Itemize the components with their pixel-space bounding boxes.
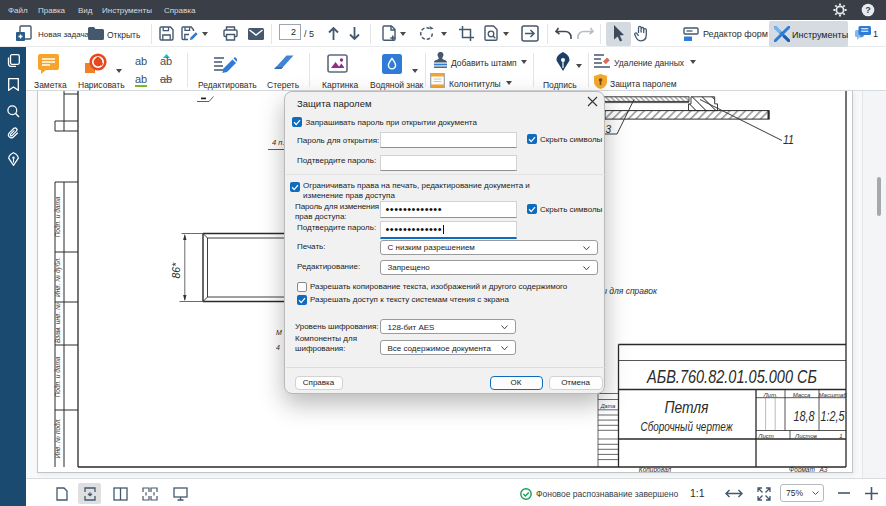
svg-text:86*: 86* — [170, 262, 182, 279]
svg-text:Взам. инв. №: Взам. инв. № — [54, 303, 61, 343]
svg-text:Лит.: Лит. — [762, 392, 777, 398]
svg-text:АБВ.760.82.01.05.000 СБ: АБВ.760.82.01.05.000 СБ — [646, 366, 817, 387]
svg-text:Инв. № дубл.: Инв. № дубл. — [54, 257, 62, 297]
svg-text:Подп. и дата: Подп. и дата — [54, 196, 61, 237]
svg-text:Подп. и дата: Подп. и дата — [54, 356, 61, 397]
svg-text:Сборочный чертеж: Сборочный чертеж — [641, 420, 734, 434]
svg-text:1:2,5: 1:2,5 — [821, 408, 845, 424]
svg-text:Петля: Петля — [665, 398, 709, 417]
svg-text:Лист: Лист — [757, 433, 773, 439]
svg-text:4: 4 — [276, 344, 280, 351]
svg-text:3: 3 — [606, 124, 612, 135]
svg-text:?: ? — [865, 5, 871, 15]
svg-text:Формат: Формат — [789, 466, 815, 472]
svg-text:11: 11 — [783, 133, 794, 147]
svg-text:18,8: 18,8 — [794, 408, 815, 424]
svg-text:Копировал: Копировал — [639, 466, 672, 472]
svg-text:Дата: Дата — [600, 403, 616, 409]
svg-text:Инв. № подл.: Инв. № подл. — [54, 418, 61, 459]
svg-text:Масштаб: Масштаб — [818, 392, 847, 398]
svg-text:М: М — [276, 329, 282, 336]
svg-text:Листов: Листов — [794, 433, 817, 439]
svg-text:1: 1 — [839, 433, 842, 439]
svg-text:4 п.: 4 п. — [272, 138, 284, 147]
svg-text:Масса: Масса — [793, 392, 811, 398]
svg-text:А3: А3 — [819, 466, 828, 472]
